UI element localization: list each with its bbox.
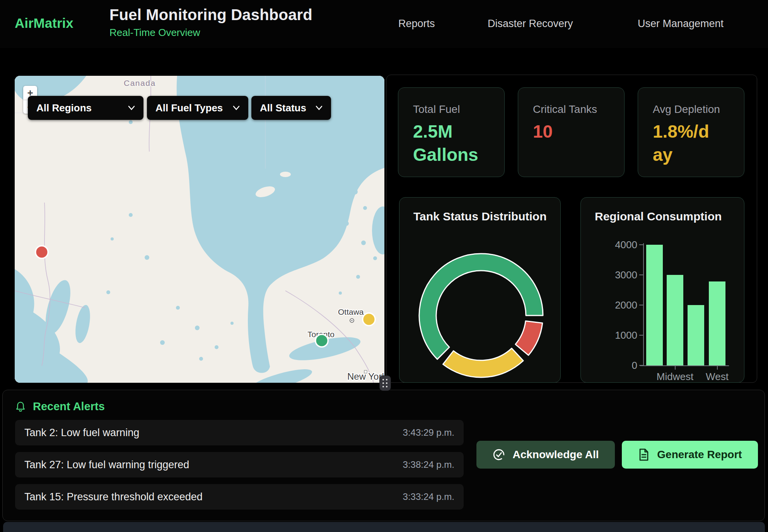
- tank-marker-critical[interactable]: [35, 245, 49, 259]
- alert-row[interactable]: Tank 27: Low fuel warning triggered 3:38…: [15, 452, 464, 477]
- donut-chart: [399, 198, 561, 382]
- nav-reports[interactable]: Reports: [398, 18, 435, 30]
- fuel-type-filter-value: All Fuel Types: [155, 102, 223, 114]
- alert-text: Tank 15: Pressure threshold exceeded: [24, 491, 203, 503]
- generate-report-button[interactable]: Generate Report: [622, 441, 758, 469]
- map-label-ottawa: Ottawa: [338, 307, 364, 316]
- y-tick-label: 4000: [587, 239, 637, 251]
- y-axis-tick: [639, 365, 643, 366]
- y-tick-label: 1000: [587, 329, 637, 341]
- map-island: [280, 172, 291, 177]
- map-label-new-york: New York: [347, 371, 384, 382]
- map-graphics: Canada Ottawa Toronto New York: [15, 76, 384, 383]
- stat-card-total-fuel: Total Fuel 2.5M Gallons: [398, 87, 505, 177]
- tank-marker-normal[interactable]: [315, 334, 329, 348]
- bar-region-1: [667, 275, 683, 365]
- document-icon: [638, 448, 650, 461]
- title-block: Fuel Monitoring Dashboard Real-Time Over…: [109, 6, 312, 39]
- stat-card-critical-tanks: Critical Tanks 10: [518, 87, 625, 177]
- alert-text: Tank 27: Low fuel warning triggered: [24, 459, 189, 471]
- page-subtitle: Real-Time Overview: [109, 27, 312, 39]
- alert-timestamp: 3:43:29 p.m.: [403, 427, 454, 438]
- chevron-down-icon: [233, 106, 240, 110]
- check-circle-icon: [492, 448, 505, 461]
- bar-region-0: [646, 245, 663, 365]
- y-tick-label: 0: [587, 360, 637, 372]
- stat-value: 2.5M Gallons: [413, 120, 492, 167]
- bell-icon: [15, 401, 26, 413]
- y-axis-tick: [639, 244, 643, 245]
- app-header: AirMatrix Fuel Monitoring Dashboard Real…: [0, 0, 768, 48]
- page-title: Fuel Monitoring Dashboard: [109, 6, 312, 24]
- bar-region-3: [709, 281, 725, 365]
- x-axis-tick: [675, 366, 676, 370]
- acknowledge-all-button[interactable]: Acknowledge All: [476, 441, 615, 469]
- y-tick-label: 2000: [587, 299, 637, 311]
- x-axis-line: [640, 365, 729, 366]
- region-filter-value: All Regions: [36, 102, 92, 114]
- generate-report-label: Generate Report: [657, 448, 742, 461]
- bar-chart: 01000200030004000MidwestWest: [581, 198, 745, 383]
- nav-user-management[interactable]: User Management: [638, 18, 724, 30]
- y-axis-tick: [639, 335, 643, 336]
- y-tick-label: 3000: [587, 269, 637, 281]
- chevron-down-icon: [128, 106, 135, 110]
- y-axis-tick: [639, 275, 643, 275]
- map-resize-handle[interactable]: [380, 376, 391, 390]
- brand-logo: AirMatrix: [15, 15, 73, 31]
- bar-region-2: [688, 305, 704, 365]
- stat-label: Critical Tanks: [533, 103, 624, 116]
- stat-label: Avg Depletion: [653, 103, 744, 116]
- window-bottom-bar: [3, 522, 765, 532]
- donut-segment-warning: [443, 348, 523, 377]
- region-filter-dropdown[interactable]: All Regions: [28, 96, 143, 120]
- map-label-canada: Canada: [124, 78, 156, 87]
- map-canvas[interactable]: Canada Ottawa Toronto New York + − All R…: [15, 76, 384, 383]
- x-tick-label: West: [706, 371, 729, 383]
- tank-status-chart-card: Tank Status Distribution: [399, 197, 561, 383]
- stat-value: 10: [533, 120, 612, 143]
- status-filter-dropdown[interactable]: All Status: [251, 96, 331, 120]
- tank-marker-warning[interactable]: [362, 312, 376, 326]
- donut-segment-critical: [515, 321, 543, 355]
- chevron-down-icon: [316, 106, 323, 110]
- y-axis-line: [643, 243, 644, 366]
- stat-label: Total Fuel: [413, 103, 504, 116]
- recent-alerts-heading: Recent Alerts: [33, 400, 105, 413]
- x-axis-tick: [717, 366, 718, 370]
- alert-row[interactable]: Tank 2: Low fuel warning 3:43:29 p.m.: [15, 420, 464, 445]
- x-tick-label: Midwest: [657, 371, 693, 383]
- nav-disaster-recovery[interactable]: Disaster Recovery: [488, 18, 573, 30]
- stat-value: 1.8%/day: [653, 120, 711, 167]
- regional-consumption-chart-card: Regional Consumption 01000200030004000Mi…: [580, 197, 744, 383]
- y-axis-tick: [639, 305, 643, 305]
- alert-text: Tank 2: Low fuel warning: [24, 427, 139, 439]
- alert-timestamp: 3:33:24 p.m.: [403, 491, 454, 502]
- alert-timestamp: 3:38:24 p.m.: [403, 459, 454, 470]
- stat-card-avg-depletion: Avg Depletion 1.8%/day: [638, 87, 744, 177]
- alert-row[interactable]: Tank 15: Pressure threshold exceeded 3:3…: [15, 484, 464, 510]
- status-filter-value: All Status: [260, 102, 306, 114]
- fuel-type-filter-dropdown[interactable]: All Fuel Types: [147, 96, 248, 120]
- map-town-marker-ottawa: [350, 319, 354, 322]
- acknowledge-all-label: Acknowledge All: [512, 448, 599, 461]
